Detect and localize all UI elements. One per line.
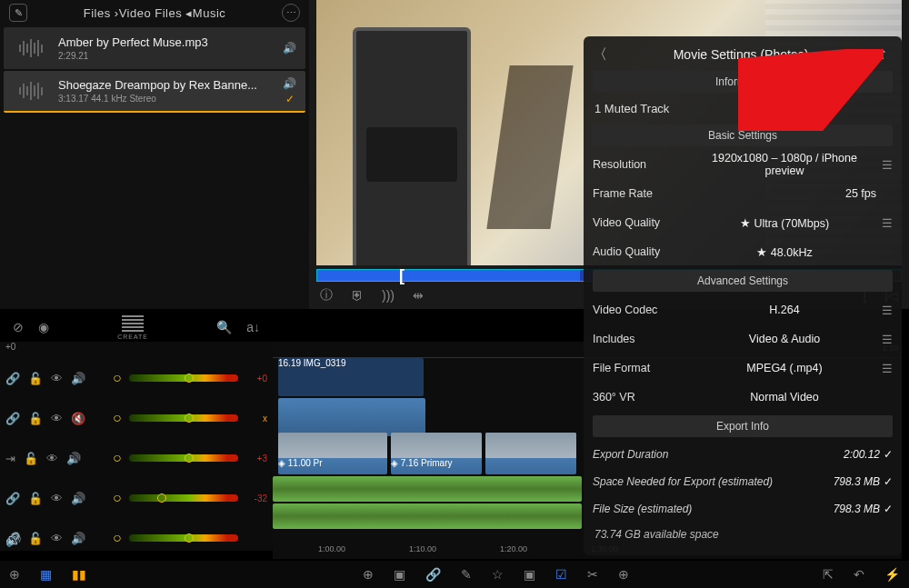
- track-row[interactable]: 🔗 🔓 👁 🔊 ○ -32: [0, 478, 273, 518]
- volume-icon[interactable]: 🔊: [66, 452, 81, 465]
- lock-icon[interactable]: 🔓: [28, 372, 43, 385]
- setting-framerate[interactable]: Frame Rate 25 fps: [593, 179, 893, 208]
- setting-vr[interactable]: 360° VR Normal Video: [593, 383, 893, 412]
- level-meter[interactable]: [129, 374, 238, 382]
- clip-primary[interactable]: ◈ 7.16 Primary: [391, 433, 482, 474]
- edit-icon[interactable]: ✎: [461, 567, 472, 582]
- shield-icon[interactable]: ⛨: [351, 288, 364, 303]
- lock-icon[interactable]: 🔓: [28, 492, 43, 505]
- track-row[interactable]: 🔗 🔓 👁 🔇 ○ x: [0, 398, 273, 438]
- handle-icon[interactable]: ○: [113, 530, 122, 546]
- volume-icon[interactable]: 🔊: [71, 372, 85, 385]
- clip-audio[interactable]: [273, 476, 582, 502]
- menu-icon[interactable]: ☰: [876, 333, 893, 346]
- speaker-icon[interactable]: 🔊: [283, 77, 296, 90]
- menu-icon[interactable]: ☰: [876, 362, 893, 375]
- menu-icon[interactable]: ☰: [876, 216, 893, 230]
- level-meter[interactable]: [129, 454, 238, 462]
- speaker-icon[interactable]: 🔊: [283, 42, 296, 55]
- audio-file-item[interactable]: Shoegaze Dreampop by Rex Banne... 3:13.1…: [4, 71, 305, 113]
- effects-icon[interactable]: ⚡: [884, 567, 900, 582]
- breadcrumb[interactable]: Files ›Video Files ◂Music: [27, 6, 282, 20]
- info-icon[interactable]: ⓘ: [320, 287, 333, 304]
- audio-file-item[interactable]: Amber by Perfect Muse.mp3 2:29.21 🔊: [4, 27, 305, 69]
- eye-icon[interactable]: 👁: [51, 532, 63, 545]
- level-meter[interactable]: [129, 494, 238, 502]
- clip-video[interactable]: [278, 398, 425, 436]
- level-meter[interactable]: [129, 534, 238, 542]
- add-track-icon[interactable]: ⊕: [363, 567, 374, 582]
- handle-icon[interactable]: ○: [113, 490, 122, 506]
- edit-icon[interactable]: ✎: [9, 4, 27, 22]
- link-icon[interactable]: 🔗: [5, 492, 20, 505]
- eye-icon[interactable]: 👁: [51, 412, 63, 425]
- handle-icon[interactable]: ○: [113, 410, 122, 426]
- clip-primary[interactable]: [485, 433, 576, 474]
- share-icon[interactable]: ⇧: [876, 46, 893, 63]
- setting-codec[interactable]: Video Codec H.264 ☰: [593, 295, 893, 324]
- add-icon[interactable]: ⊕: [9, 567, 20, 582]
- more-icon[interactable]: ⋯: [282, 4, 300, 22]
- volume-icon[interactable]: 🔊: [71, 532, 85, 545]
- select-all-icon[interactable]: ⊘: [13, 320, 24, 334]
- eye-icon[interactable]: 👁: [46, 452, 58, 465]
- muted-track-info: 1 Muted Track: [593, 96, 893, 121]
- menu-icon[interactable]: ☰: [876, 158, 893, 172]
- master-volume-icon[interactable]: 🔊: [5, 533, 21, 547]
- eye-icon[interactable]: 👁: [51, 372, 63, 385]
- handle-icon[interactable]: ○: [113, 370, 122, 386]
- setting-audio-quality[interactable]: Audio Quality ★ 48.0kHz: [593, 237, 893, 266]
- volume-icon[interactable]: 🔊: [71, 492, 85, 505]
- link-icon[interactable]: 🔗: [5, 412, 20, 425]
- handle-icon[interactable]: ○: [113, 450, 122, 466]
- create-button[interactable]: CREATE: [117, 315, 148, 340]
- clip-remnant[interactable]: 16.19 IMG_0319: [278, 358, 424, 396]
- audio-meta: 3:13.17 44.1 kHz Stereo: [58, 94, 274, 104]
- setting-video-quality[interactable]: Video Quality ★ Ultra (70Mbps) ☰: [593, 208, 893, 237]
- link-icon[interactable]: 🔗: [425, 567, 441, 582]
- export-icon[interactable]: ⇱: [823, 567, 834, 582]
- record-icon[interactable]: ◉: [38, 320, 49, 334]
- clip-audio[interactable]: [273, 503, 582, 529]
- check-icon[interactable]: ☑: [555, 567, 567, 582]
- available-space: 73.74 GB available space: [593, 523, 893, 546]
- lock-icon[interactable]: 🔓: [28, 412, 43, 425]
- split-icon[interactable]: ⇹: [413, 288, 424, 303]
- setting-resolution[interactable]: Resolution 1920x1080 – 1080p / iPhone pr…: [593, 150, 893, 179]
- range-start-bracket[interactable]: [: [399, 266, 405, 285]
- level-meter[interactable]: [129, 414, 238, 422]
- section-information[interactable]: Information: [593, 71, 893, 93]
- sort-icon[interactable]: a↓: [246, 320, 260, 334]
- transition-icon[interactable]: ⇥: [5, 452, 15, 465]
- track-row[interactable]: 🔗 🔓 👁 🔊 ○: [0, 518, 273, 558]
- link-icon[interactable]: 🔗: [5, 372, 20, 385]
- frames-icon[interactable]: ▮▮: [72, 567, 86, 582]
- level-value: x: [245, 414, 267, 424]
- eye-icon[interactable]: 👁: [51, 492, 63, 505]
- favorite-icon[interactable]: ☆: [492, 567, 504, 582]
- section-advanced[interactable]: Advanced Settings: [593, 270, 893, 292]
- level-value: -32: [245, 493, 267, 503]
- mute-icon[interactable]: 🔇: [71, 412, 85, 425]
- section-basic[interactable]: Basic Settings: [593, 125, 893, 146]
- cut-icon[interactable]: ✂: [587, 567, 598, 582]
- setting-format[interactable]: File Format MPEG4 (.mp4) ☰: [593, 354, 893, 383]
- menu-icon[interactable]: ☰: [876, 304, 893, 317]
- lock-icon[interactable]: 🔓: [24, 452, 38, 465]
- add-clip-icon[interactable]: ⊕: [618, 567, 629, 582]
- setting-includes[interactable]: Includes Video & Audio ☰: [593, 324, 893, 354]
- volume-icon[interactable]: ))): [382, 288, 395, 303]
- back-icon[interactable]: 〈: [593, 45, 605, 65]
- markers-icon[interactable]: ▣: [524, 567, 535, 582]
- clip-primary[interactable]: ◈ 11.00 Pr: [278, 433, 387, 474]
- search-icon[interactable]: 🔍: [216, 320, 232, 334]
- check-icon: ✓: [285, 93, 295, 105]
- export-space: Space Needed for Export (estimated) 798.…: [593, 468, 893, 495]
- track-row[interactable]: ⇥ 🔓 👁 🔊 ○ +3: [0, 438, 273, 478]
- track-row[interactable]: 🔗 🔓 👁 🔊 ○ +0: [0, 358, 273, 398]
- section-export[interactable]: Export Info: [593, 415, 893, 437]
- lock-icon[interactable]: 🔓: [28, 532, 43, 545]
- clips-icon[interactable]: ▣: [394, 567, 405, 582]
- undo-icon[interactable]: ↶: [854, 567, 864, 582]
- film-icon[interactable]: ▦: [40, 567, 52, 582]
